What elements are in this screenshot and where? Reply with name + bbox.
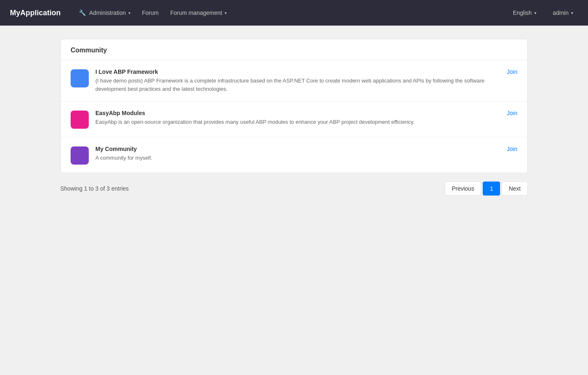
main-content: Community I Love ABP Framework (I have d… — [50, 26, 538, 209]
pagination-row: Showing 1 to 3 of 3 entries Previous 1 N… — [60, 182, 528, 196]
next-button[interactable]: Next — [502, 182, 528, 196]
community-item-2: EasyAbp Modules EasyAbp is an open-sourc… — [61, 101, 527, 137]
chevron-down-icon-3: ▾ — [534, 11, 536, 15]
join-button-3[interactable]: Join — [507, 146, 517, 152]
navbar: MyApplication 🔧 Administration ▾ Forum F… — [0, 0, 588, 26]
community-info-3: My Community A community for myself. — [95, 146, 500, 162]
wrench-icon: 🔧 — [79, 9, 86, 16]
community-info-2: EasyAbp Modules EasyAbp is an open-sourc… — [95, 110, 500, 126]
pagination: Previous 1 Next — [445, 182, 528, 196]
chevron-down-icon: ▾ — [128, 11, 130, 15]
app-brand[interactable]: MyApplication — [10, 9, 61, 17]
entries-info: Showing 1 to 3 of 3 entries — [60, 185, 129, 192]
join-button-1[interactable]: Join — [507, 68, 517, 75]
community-desc-3: A community for myself. — [95, 154, 500, 162]
card-header: Community — [61, 39, 527, 60]
user-menu[interactable]: admin ▾ — [548, 6, 578, 19]
community-desc-2: EasyAbp is an open-source organization t… — [95, 118, 500, 126]
language-label: English — [513, 9, 532, 16]
community-item-3: My Community A community for myself. Joi… — [61, 137, 527, 173]
community-card: Community I Love ABP Framework (I have d… — [60, 39, 528, 173]
community-avatar-2 — [71, 111, 89, 129]
community-desc-1: (I have demo posts) ABP Framework is a c… — [95, 77, 500, 93]
nav-administration[interactable]: 🔧 Administration ▾ — [74, 6, 135, 19]
navbar-nav: 🔧 Administration ▾ Forum Forum managemen… — [74, 6, 508, 19]
nav-administration-label: Administration — [89, 9, 126, 16]
navbar-right: English ▾ admin ▾ — [508, 6, 578, 19]
community-avatar-1 — [71, 69, 89, 87]
community-title: Community — [71, 47, 517, 54]
community-info-1: I Love ABP Framework (I have demo posts)… — [95, 68, 500, 93]
nav-forum[interactable]: Forum — [137, 6, 164, 19]
community-name-2: EasyAbp Modules — [95, 110, 500, 116]
chevron-down-icon-4: ▾ — [571, 11, 573, 15]
user-label: admin — [553, 9, 569, 16]
language-selector[interactable]: English ▾ — [508, 6, 541, 19]
community-avatar-3 — [71, 146, 89, 165]
nav-forum-management[interactable]: Forum management ▾ — [165, 6, 232, 19]
community-name-1: I Love ABP Framework — [95, 68, 500, 75]
community-item-1: I Love ABP Framework (I have demo posts)… — [61, 60, 527, 101]
chevron-down-icon-2: ▾ — [225, 11, 227, 15]
previous-button[interactable]: Previous — [445, 182, 481, 196]
nav-forum-label: Forum — [142, 9, 159, 16]
join-button-2[interactable]: Join — [507, 110, 517, 116]
page-1-button[interactable]: 1 — [483, 182, 500, 196]
community-name-3: My Community — [95, 146, 500, 152]
nav-forum-management-label: Forum management — [170, 9, 222, 16]
